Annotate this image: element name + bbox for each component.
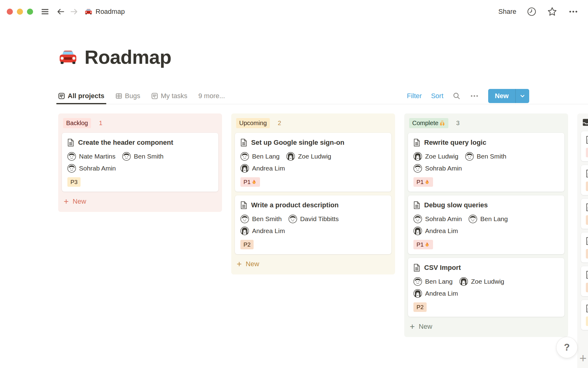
card-title-row: Rewrite query logic — [413, 138, 559, 147]
page-icon — [67, 139, 74, 147]
kanban-card[interactable]: CSV Import Ben Lang Zoe Ludwig Andrea Li… — [408, 258, 564, 317]
priority-tag-text: P1 — [417, 241, 424, 248]
assignee[interactable]: Zoe Ludwig — [459, 277, 504, 286]
assignee[interactable]: Zoe Ludwig — [413, 152, 458, 161]
kanban-card[interactable]: P2 — [581, 165, 588, 195]
kanban-card[interactable]: P2 — [581, 232, 588, 263]
priority-tag[interactable]: P1 — [240, 177, 260, 187]
close-window-button[interactable] — [7, 9, 13, 15]
minimize-window-button[interactable] — [17, 9, 23, 15]
more-options-icon[interactable] — [568, 7, 579, 17]
assignee[interactable]: Andrea Lim — [413, 227, 458, 235]
assignee[interactable]: Andrea Lim — [240, 227, 285, 235]
assignee-name: Ben Lang — [425, 278, 453, 285]
kanban-card[interactable]: Rewrite query logic Zoe Ludwig Ben Smith… — [408, 133, 564, 192]
view-options-icon[interactable] — [470, 92, 479, 100]
view-tab[interactable]: My tasks — [151, 88, 187, 104]
assignee[interactable]: Ben Lang — [469, 215, 508, 223]
assignee[interactable]: Ben Smith — [465, 152, 507, 161]
priority-tag[interactable]: P2 — [586, 283, 588, 292]
kanban-card[interactable]: P1 — [581, 131, 588, 161]
add-card-button[interactable]: + New — [408, 321, 564, 333]
page-icon — [240, 201, 247, 209]
assignee[interactable]: Zoe Ludwig — [286, 152, 331, 161]
priority-tag[interactable]: P2 — [586, 215, 588, 225]
assignee-name: Zoe Ludwig — [425, 153, 458, 160]
breadcrumb-current-page[interactable]: Roadmap — [85, 8, 125, 16]
column-header[interactable]: Upcoming 2 — [235, 117, 391, 133]
assignee[interactable]: Ben Smith — [122, 152, 164, 161]
chevron-down-icon[interactable] — [516, 89, 529, 103]
assignee[interactable]: Ben Smith — [240, 215, 282, 223]
assignee[interactable]: Andrea Lim — [413, 289, 458, 298]
filter-button[interactable]: Filter — [407, 92, 422, 100]
car-icon — [85, 8, 92, 16]
add-card-button[interactable]: + New — [235, 259, 391, 271]
share-button[interactable]: Share — [498, 8, 516, 16]
priority-tag[interactable]: P1 — [413, 240, 433, 249]
favorite-star-icon[interactable] — [547, 6, 557, 17]
back-button[interactable] — [56, 7, 66, 17]
priority-tag[interactable]: P2 — [413, 302, 427, 312]
assignee[interactable]: Ben Lang — [240, 152, 280, 161]
view-tab-icon — [151, 93, 158, 99]
column-header[interactable] — [581, 117, 588, 131]
new-button-label[interactable]: New — [488, 89, 515, 103]
assignee[interactable]: Andrea Lim — [240, 164, 285, 173]
assignee[interactable]: Sohrab Amin — [413, 164, 462, 173]
priority-tag[interactable]: P1 — [586, 148, 588, 157]
assignee[interactable]: David Tibbitts — [288, 215, 339, 223]
priority-tag[interactable]: P1 — [413, 177, 433, 187]
car-icon — [58, 47, 78, 67]
column-header[interactable]: Complete 3 — [408, 117, 564, 133]
view-tab[interactable]: 9 more... — [198, 88, 225, 104]
priority-tag[interactable]: P2 — [586, 249, 588, 259]
page-icon — [413, 139, 420, 147]
page-title-text: Roadmap — [85, 46, 172, 68]
kanban-card[interactable]: P2 — [581, 199, 588, 229]
view-tab[interactable]: Bugs — [115, 88, 140, 104]
add-card-button[interactable]: + New — [62, 196, 218, 208]
priority-tag[interactable]: P2 — [586, 182, 588, 191]
assignee-row: Ben Lang Zoe Ludwig — [240, 152, 386, 161]
zoom-window-button[interactable] — [27, 9, 33, 15]
search-icon[interactable] — [453, 92, 461, 100]
page-title-breadcrumb: Roadmap — [96, 8, 125, 16]
kanban-card[interactable]: P2 — [581, 266, 588, 296]
add-card-label: New — [73, 197, 86, 205]
priority-tag[interactable]: P2 — [240, 240, 254, 249]
column-card-count: 2 — [278, 120, 281, 127]
assignee-row: Ben Lang Zoe Ludwig — [413, 277, 559, 286]
priority-tag[interactable]: P3 — [67, 177, 81, 187]
kanban-card[interactable]: Debug slow queries Sohrab Amin Ben Lang … — [408, 195, 564, 254]
forward-button[interactable] — [69, 7, 79, 17]
priority-tag-text: P2 — [417, 303, 424, 311]
column-header[interactable]: Backlog 1 — [62, 117, 218, 133]
updates-clock-icon[interactable] — [527, 7, 537, 17]
priority-tag-text: P1 — [417, 178, 424, 186]
assignee[interactable]: Sohrab Amin — [67, 164, 116, 173]
new-button-partial[interactable]: + — [579, 351, 586, 365]
page-icon — [586, 170, 588, 178]
add-card-label: New — [246, 260, 259, 268]
sort-button[interactable]: Sort — [431, 92, 443, 100]
sidebar-toggle-button[interactable] — [40, 7, 50, 16]
column-card-count: 3 — [456, 120, 460, 127]
kanban-card[interactable]: P3 — [581, 300, 588, 330]
priority-tag[interactable]: P3 — [586, 316, 588, 326]
kanban-card[interactable]: Create the header component Nate Martins… — [62, 133, 218, 192]
avatar — [413, 227, 422, 235]
assignee-name: Ben Smith — [252, 215, 282, 223]
new-button[interactable]: New — [488, 89, 529, 103]
assignee-name: Andrea Lim — [252, 165, 285, 172]
assignee[interactable]: Nate Martins — [67, 152, 115, 161]
card-tag-row: P2 — [586, 182, 588, 191]
avatar — [286, 152, 295, 161]
help-button[interactable]: ? — [556, 337, 577, 358]
assignee[interactable]: Ben Lang — [413, 277, 453, 286]
column-status-label: Upcoming — [239, 119, 267, 127]
kanban-card[interactable]: Set up Google single sign-on Ben Lang Zo… — [235, 133, 391, 192]
assignee[interactable]: Sohrab Amin — [413, 215, 462, 223]
kanban-card[interactable]: Write a product description Ben Smith Da… — [235, 195, 391, 254]
view-tab[interactable]: All projects — [58, 88, 104, 104]
